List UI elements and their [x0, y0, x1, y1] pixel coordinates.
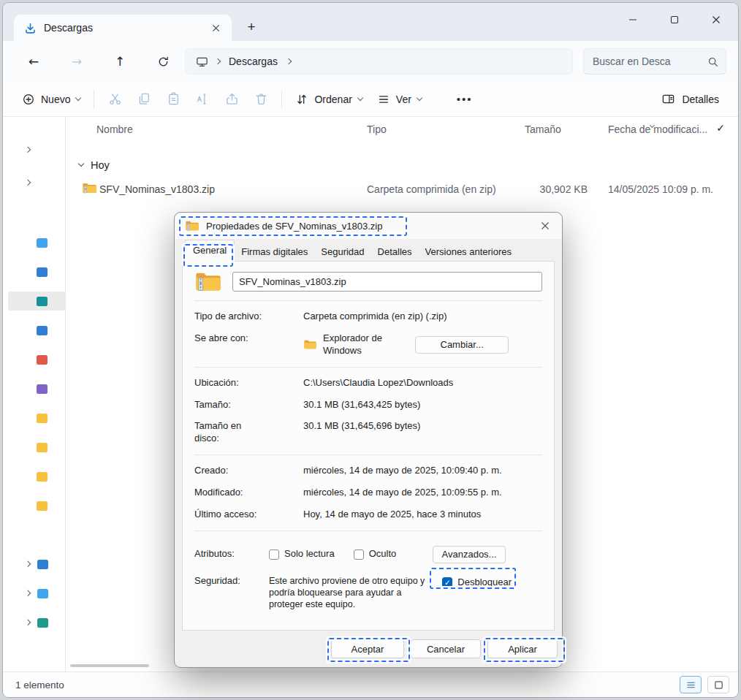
more-options-button[interactable]: •••: [449, 88, 480, 110]
unblock-checkbox-label[interactable]: Desbloquear: [457, 577, 512, 589]
dialog-zip-icon: [185, 220, 200, 232]
readonly-checkbox-box[interactable]: [269, 549, 279, 560]
chevron-right-icon[interactable]: [25, 180, 31, 186]
breadcrumb[interactable]: Descargas: [185, 48, 573, 75]
group-header-today[interactable]: Hoy: [66, 142, 738, 177]
dialog-close-button[interactable]: [528, 213, 562, 238]
group-collapse-chevron-icon[interactable]: [78, 161, 84, 167]
up-button[interactable]: ↑: [107, 48, 133, 75]
new-button-label: Nuevo: [41, 94, 70, 105]
hidden-checkbox-label[interactable]: Oculto: [369, 548, 397, 560]
group-label: Hoy: [91, 159, 110, 171]
item-count-label: 1 elemento: [15, 680, 64, 691]
rename-button[interactable]: [188, 86, 217, 113]
minimize-button[interactable]: [612, 3, 653, 37]
back-button[interactable]: ←: [20, 48, 47, 75]
breadcrumb-item-descargas[interactable]: Descargas: [227, 56, 279, 67]
chevron-right-icon[interactable]: [25, 590, 31, 596]
chevron-right-icon[interactable]: [25, 561, 31, 567]
details-view-button[interactable]: [680, 676, 702, 693]
command-bar: Nuevo Ordenar: [3, 82, 738, 117]
tree-item[interactable]: [3, 583, 66, 604]
file-row[interactable]: SFV_Nominas_v1803.zip Carpeta comprimida…: [66, 177, 738, 202]
size-on-disk-row: Tamaño en disco: 30.1 MB (31,645,696 byt…: [194, 420, 542, 445]
tab-detalles[interactable]: Detalles: [371, 243, 419, 262]
readonly-checkbox-label[interactable]: Solo lectura: [284, 548, 335, 560]
column-header-name[interactable]: Nombre: [96, 123, 133, 135]
change-app-button[interactable]: Cambiar...: [415, 336, 509, 354]
tree-item[interactable]: [3, 232, 66, 253]
tree-item[interactable]: [3, 612, 66, 633]
tree-item[interactable]: [3, 495, 66, 516]
tree-item[interactable]: [3, 140, 66, 160]
refresh-button[interactable]: [150, 48, 176, 75]
apply-button[interactable]: Aplicar: [487, 639, 558, 658]
tree-item[interactable]: [3, 378, 66, 399]
file-type-value: Carpeta comprimida (en zip) (.zip): [303, 311, 542, 323]
paste-button[interactable]: [159, 86, 188, 113]
select-all-check-icon[interactable]: ✓: [716, 122, 725, 134]
search-box[interactable]: [583, 48, 726, 75]
hidden-checkbox-box[interactable]: [354, 549, 364, 560]
filename-field[interactable]: [232, 272, 542, 292]
tree-item-icon: [37, 267, 48, 277]
cancel-button[interactable]: Cancelar: [411, 639, 481, 658]
location-row: Ubicación: C:\Users\Claudia Lopez\Downlo…: [194, 377, 542, 389]
large-icons-view-button[interactable]: [707, 676, 729, 693]
dialog-footer: Aceptar Cancelar Aplicar: [175, 631, 562, 667]
file-name[interactable]: SFV_Nominas_v1803.zip: [99, 183, 215, 195]
view-button[interactable]: Ver: [370, 88, 429, 111]
location-label: Ubicación:: [194, 377, 272, 389]
column-header-type[interactable]: Tipo: [367, 123, 387, 135]
tab-versiones-anteriores[interactable]: Versiones anteriores: [419, 243, 519, 262]
hidden-checkbox[interactable]: Oculto: [354, 548, 397, 560]
forward-button[interactable]: →: [64, 48, 90, 75]
copy-button[interactable]: [129, 86, 159, 113]
breadcrumb-chevron-icon[interactable]: [286, 58, 292, 64]
created-row: Creado: miércoles, 14 de mayo de 2025, 1…: [194, 465, 542, 477]
tab-seguridad[interactable]: Seguridad: [314, 243, 370, 262]
view-lines-icon: [377, 93, 390, 106]
new-tab-button[interactable]: +: [243, 18, 260, 36]
cut-button[interactable]: [100, 86, 129, 113]
tree-item[interactable]: [3, 437, 66, 457]
readonly-checkbox[interactable]: Solo lectura: [269, 548, 335, 560]
advanced-button[interactable]: Avanzados...: [433, 546, 506, 563]
details-pane-toggle[interactable]: Detalles: [654, 87, 726, 111]
delete-button[interactable]: [246, 86, 276, 113]
unblock-checkbox-box[interactable]: ✓: [442, 577, 452, 587]
tree-item[interactable]: [3, 466, 66, 487]
tree-item[interactable]: [3, 262, 66, 282]
ok-button[interactable]: Aceptar: [331, 639, 404, 658]
tree-item[interactable]: [3, 349, 66, 370]
tab-firmas-digitales[interactable]: Firmas digitales: [235, 243, 314, 262]
separator: [194, 454, 542, 455]
close-button[interactable]: [695, 3, 737, 37]
accessed-label: Último acceso:: [194, 509, 272, 521]
tab-general[interactable]: General: [185, 240, 235, 262]
unblock-checkbox[interactable]: ✓ Desbloquear: [442, 577, 512, 589]
column-header-modified[interactable]: Fecha de modificaci...: [608, 123, 707, 135]
file-size: 30,902 KB: [514, 183, 588, 195]
chevron-right-icon[interactable]: [25, 620, 31, 625]
column-header-size[interactable]: Tamaño: [525, 123, 561, 135]
maximize-button[interactable]: [653, 3, 695, 37]
window-controls: [612, 3, 737, 37]
share-button[interactable]: [217, 86, 246, 113]
tree-item[interactable]: [3, 408, 66, 428]
attributes-row: Atributos: Solo lectura Oculto Avanzados…: [194, 546, 542, 563]
search-input[interactable]: [593, 56, 707, 67]
horizontal-scrollbar[interactable]: [70, 664, 149, 667]
tree-item-selected[interactable]: [3, 291, 66, 311]
file-type-label: Tipo de archivo:: [194, 311, 272, 323]
tree-item[interactable]: [3, 172, 66, 193]
search-icon[interactable]: [707, 56, 718, 67]
new-button[interactable]: Nuevo: [15, 88, 88, 111]
explorer-tab[interactable]: Descargas: [14, 15, 232, 41]
chevron-right-icon[interactable]: [25, 147, 31, 153]
tree-item[interactable]: [3, 320, 66, 341]
this-pc-icon[interactable]: [196, 56, 208, 68]
sort-button[interactable]: Ordenar: [288, 88, 369, 111]
tab-close-icon[interactable]: [207, 19, 224, 37]
tree-item[interactable]: [3, 554, 66, 574]
